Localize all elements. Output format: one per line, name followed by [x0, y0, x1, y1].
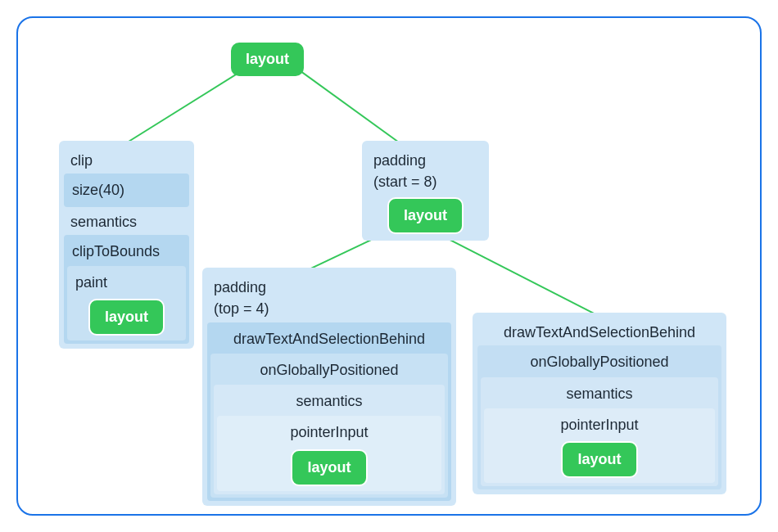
svg-line-1: [289, 63, 401, 144]
globally-positioned-left: onGloballyPositioned: [214, 357, 445, 383]
padding-top-box: padding (top = 4) drawTextAndSelectionBe…: [202, 268, 456, 506]
size-label: size(40): [67, 177, 186, 203]
child-left-layout-chip: layout: [291, 449, 367, 486]
draw-text-right: drawTextAndSelectionBehind: [477, 318, 721, 344]
clip-box: clip size(40) semantics clipToBounds pai…: [59, 141, 194, 349]
root-layout-label: layout: [246, 51, 289, 67]
semantics-right: semantics: [484, 381, 715, 407]
clip-label: clip: [64, 146, 189, 172]
root-layout-node: layout: [231, 43, 304, 76]
pointer-input-left: pointerInput: [220, 419, 438, 445]
semantics-label-left: semantics: [64, 207, 189, 233]
clip-to-bounds-label: clipToBounds: [67, 238, 186, 264]
padding-start-box: padding (start = 8) layout: [362, 141, 489, 241]
paint-label: paint: [70, 269, 183, 295]
globally-positioned-right: onGloballyPositioned: [481, 349, 718, 375]
padding-top-label-2: (top = 4): [207, 299, 451, 320]
padding-start-label-2: (start = 8): [367, 172, 484, 193]
pointer-input-right: pointerInput: [487, 412, 712, 438]
padding-top-label-1: padding: [207, 273, 451, 299]
left-layout-chip: layout: [88, 299, 165, 336]
child-right-layout-chip: layout: [561, 441, 637, 478]
semantics-left: semantics: [217, 388, 441, 414]
draw-text-left: drawTextAndSelectionBehind: [210, 326, 448, 352]
draw-text-box: drawTextAndSelectionBehind onGloballyPos…: [473, 313, 726, 494]
right-layout-chip: layout: [387, 197, 464, 234]
diagram-frame: layout clip size(40) semantics clipToBou…: [16, 16, 762, 516]
padding-start-label-1: padding: [367, 146, 484, 172]
